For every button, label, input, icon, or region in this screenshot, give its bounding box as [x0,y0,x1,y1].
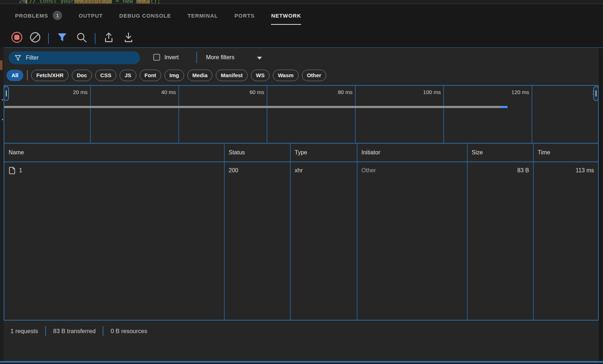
requests-count: 1 requests [10,328,38,335]
har-export-button[interactable] [102,31,115,44]
cell-initiator: Other [357,162,467,179]
filter-chip-other[interactable]: Other [302,70,326,81]
editor-code-line: 26// const yourMMKVStorage = new MMKV(); [19,0,160,4]
clear-requests-button[interactable] [29,31,42,44]
filter-chip-img[interactable]: Img [164,70,184,81]
funnel-outline-icon [15,55,21,61]
tab-ports[interactable]: PORTS [234,4,254,27]
code-comment: = new [112,0,136,4]
chip-separator [27,70,28,80]
search-highlight: MMKVStorage [74,0,112,4]
filter-input[interactable] [26,55,134,61]
search-highlight: MMKV [136,0,150,4]
git-added-gutter-indicator [25,0,27,4]
cell-type: xhr [290,162,357,179]
timeline-gridline [90,86,91,143]
column-header-type[interactable]: Type [290,144,357,162]
cell-time: 113 ms [533,162,598,179]
summary-divider [103,326,103,336]
problems-count-badge: 1 [53,11,62,20]
filter-row-divider [196,52,197,63]
filter-chip-css[interactable]: CSS [95,70,116,81]
scroll-decoration [0,60,3,70]
tab-problems-label: PROBLEMS [15,13,48,19]
network-summary-bar: 1 requests 83 B transferred 0 B resource… [4,325,599,337]
tab-output-label: OUTPUT [79,13,103,19]
tab-terminal-label: TERMINAL [188,13,218,19]
line-number: 26 [19,0,25,4]
timeline-tick-label: 100 ms [423,89,441,95]
timeline-gridline [443,86,444,143]
column-header-name[interactable]: Name [4,144,224,162]
tab-debug-console[interactable]: DEBUG CONSOLE [119,4,171,27]
table-header: Name Status Type Initiator Size Time [4,144,598,162]
block-icon [29,32,41,43]
filter-chip-all[interactable]: All [6,70,23,81]
handle-grip [6,90,7,97]
timeline-gridline [178,86,179,143]
timeline-handle-right[interactable] [593,86,599,101]
timeline-tick-label: 60 ms [249,89,264,95]
timeline-tick-label: 120 ms [511,89,529,95]
column-header-status[interactable]: Status [224,144,290,162]
filter-chip-js[interactable]: JS [120,70,136,81]
vscode-panel-screen: 26// const yourMMKVStorage = new MMKV();… [0,0,603,364]
document-icon [9,167,16,174]
tab-network[interactable]: NETWORK [271,4,301,27]
funnel-icon [57,33,67,42]
chevron-down-icon[interactable] [257,57,262,60]
invert-label: Invert [164,54,179,61]
tab-network-label: NETWORK [271,13,301,19]
tab-terminal[interactable]: TERMINAL [188,4,218,27]
filter-field[interactable] [9,51,140,64]
filter-chip-media[interactable]: Media [187,70,213,81]
filter-chip-ws[interactable]: WS [251,70,270,81]
cell-name: 1 [4,162,224,179]
transferred-size: 83 B transferred [53,328,95,335]
search-icon [76,32,87,43]
tab-problems[interactable]: PROBLEMS 1 [15,4,62,27]
tab-debug-console-label: DEBUG CONSOLE [119,13,171,19]
timeline-gridline [267,86,267,143]
filter-toggle-button[interactable] [56,31,69,44]
cell-status: 200 [224,162,290,179]
search-button[interactable] [75,31,88,44]
timeline-tick-label: 20 ms [73,89,88,95]
request-row[interactable]: 1 200 xhr Other 83 B 113 ms [4,162,598,179]
har-import-button[interactable] [122,31,135,44]
more-filters-button[interactable]: More filters [206,54,234,61]
timeline-gridline [532,86,532,143]
filter-chip-doc[interactable]: Doc [72,70,92,81]
timeline-tick-label: 80 ms [338,89,352,95]
filter-chip-fetch-xhr[interactable]: Fetch/XHR [31,70,69,81]
invert-checkbox[interactable] [153,54,160,61]
overview-waterfall-bar [4,106,501,108]
upload-icon [103,32,114,43]
request-name: 1 [19,167,22,174]
panel-tab-bar: PROBLEMS 1 OUTPUT DEBUG CONSOLE TERMINAL… [0,4,603,27]
code-comment: (); [150,0,160,4]
resource-type-filters: All Fetch/XHR Doc CSS JS Font Img Media … [6,69,329,81]
tab-output[interactable]: OUTPUT [79,4,103,27]
record-button[interactable] [10,31,23,44]
cell-size: 83 B [467,162,533,179]
filter-chip-font[interactable]: Font [140,70,161,81]
code-comment: // const your [29,0,74,4]
column-header-time[interactable]: Time [533,144,598,162]
panel-bottom-border [0,361,603,363]
toolbar-divider [48,33,49,44]
column-header-size[interactable]: Size [467,144,533,162]
panel-right-gutter [599,48,603,361]
filter-chip-manifest[interactable]: Manifest [216,70,248,81]
timeline-handle-left[interactable] [4,86,9,101]
filter-chip-wasm[interactable]: Wasm [273,70,299,81]
download-icon [123,32,134,43]
timeline-gridline [355,86,356,143]
timeline-overview[interactable]: 20 ms 40 ms 60 ms 80 ms 100 ms 120 ms 1 [4,85,599,143]
network-panel: Invert More filters All Fetch/XHR Doc CS… [4,48,599,361]
record-icon [11,31,23,43]
tab-ports-label: PORTS [234,13,254,19]
handle-grip [595,90,597,97]
toolbar-divider [95,33,95,44]
column-header-initiator[interactable]: Initiator [357,144,467,162]
